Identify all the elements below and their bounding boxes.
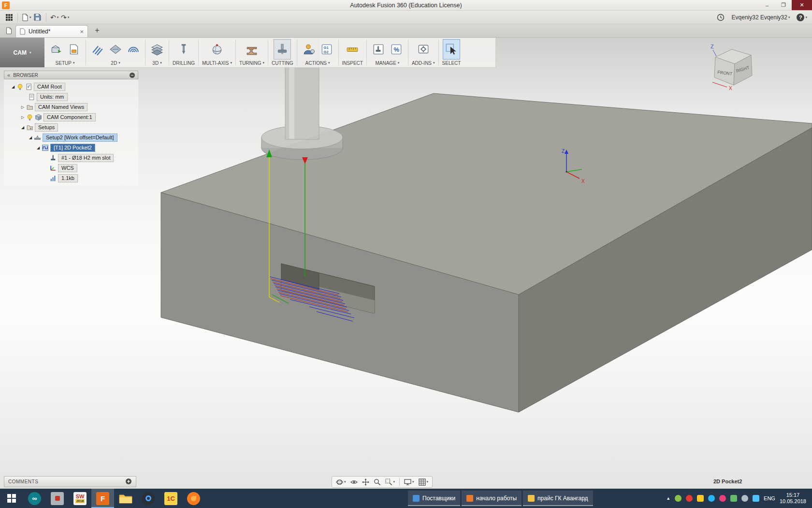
add-comment-icon[interactable] (125, 478, 132, 486)
tree-item-label[interactable]: Setups (35, 123, 58, 132)
expand-icon[interactable]: ◢ (35, 146, 42, 150)
simulate-button[interactable] (301, 40, 317, 59)
taskbar-app-explorer[interactable] (114, 489, 137, 508)
select-button[interactable] (443, 40, 460, 59)
start-button[interactable] (0, 489, 23, 508)
tray-icon-green[interactable] (675, 495, 682, 502)
pan-button[interactable] (361, 477, 371, 487)
workspace-switcher[interactable]: CAM ▾ (0, 38, 44, 67)
taskbar-window-pricelist[interactable]: прайс ГК Авангард (523, 491, 593, 506)
new-folder-button[interactable] (66, 40, 82, 59)
ribbon-label-addins[interactable]: ADD-INS▾ (412, 60, 435, 67)
measure-button[interactable] (344, 40, 361, 59)
expand-icon[interactable]: ▷ (19, 115, 26, 120)
ribbon-label-setup[interactable]: SETUP▾ (56, 60, 75, 67)
ribbon-label-manage[interactable]: MANAGE▾ (375, 60, 399, 67)
taskbar-app-fusion360[interactable]: F (91, 489, 114, 508)
display-settings-button[interactable]: ▾ (403, 477, 416, 487)
maximize-button[interactable]: ❐ (775, 0, 792, 10)
app-grid-button[interactable] (4, 12, 14, 23)
tab-close-icon[interactable]: × (80, 28, 84, 35)
tool-library-button[interactable] (370, 40, 387, 59)
tree-item-setups[interactable]: ◢ Setups (4, 122, 138, 133)
file-tab-button[interactable] (4, 26, 14, 35)
tree-item-label[interactable]: WCS (58, 164, 77, 172)
taskbar-app-solidworks[interactable]: SW 2016 (69, 489, 91, 508)
ribbon-label-multiaxis[interactable]: MULTI-AXIS▾ (202, 60, 232, 67)
grid-layout-button[interactable]: ▾ (417, 477, 430, 487)
save-button[interactable] (32, 12, 43, 23)
ribbon-label-select[interactable]: SELECT (442, 60, 461, 67)
tree-item-label[interactable]: 1.1kb (58, 174, 78, 182)
bulb-icon[interactable] (26, 114, 33, 121)
tree-item-label[interactable]: CAM Component:1 (44, 113, 96, 121)
browser-header[interactable]: « BROWSER (4, 71, 138, 79)
bulb-icon[interactable] (16, 83, 24, 90)
tree-item-label[interactable]: Units: mm (37, 93, 68, 101)
tray-expand-icon[interactable]: ▲ (666, 496, 670, 501)
tree-item-component[interactable]: ▷ CAM Component:1 (4, 112, 138, 122)
tree-item-tool[interactable]: #1 - Ø18 H2 mm slot (4, 153, 138, 163)
look-at-button[interactable] (349, 477, 359, 487)
taskbar-app-arduino[interactable]: ∞ (23, 489, 46, 508)
file-menu-button[interactable]: ▾ (21, 12, 32, 23)
drilling-button[interactable] (175, 40, 192, 59)
job-status-button[interactable] (715, 12, 726, 23)
tree-item-wcs[interactable]: WCS (4, 163, 138, 173)
zoom-window-button[interactable]: ▾ (384, 477, 397, 487)
tray-icon-gray[interactable] (741, 495, 748, 502)
collapse-panel-icon[interactable]: « (7, 72, 10, 78)
zoom-button[interactable] (372, 477, 382, 487)
ribbon-label-actions[interactable]: ACTIONS▾ (305, 60, 330, 67)
tree-item-label[interactable]: CAM Root (34, 83, 65, 91)
post-library-button[interactable]: % (388, 40, 405, 59)
cutting-button[interactable] (274, 40, 290, 59)
taskbar-window-suppliers[interactable]: Поставщики (408, 491, 460, 506)
2d-pocket-button[interactable] (125, 40, 142, 59)
undo-button[interactable]: ↶ ▾ (49, 12, 60, 23)
ribbon-label-inspect[interactable]: INSPECT (342, 60, 363, 67)
3d-milling-button[interactable] (149, 40, 165, 59)
tray-icon-yellow[interactable] (697, 495, 704, 502)
taskbar-clock[interactable]: 15:17 10.05.2018 (780, 492, 806, 505)
2d-face-button[interactable] (107, 40, 124, 59)
tree-item-label[interactable]: Setup2 [Work offset=Default] (43, 134, 117, 142)
tray-icon-blue[interactable] (708, 495, 715, 502)
tree-item-pocket-operation[interactable]: ◢ [T1] 2D Pocket2 (4, 143, 138, 153)
tree-item-cam-root[interactable]: ◢ CAM Root (4, 82, 138, 92)
tray-icon-pink[interactable] (719, 495, 726, 502)
taskbar-app-1c[interactable]: 1С (160, 489, 182, 508)
tab-untitled[interactable]: Untitled* × (15, 25, 88, 37)
scripts-addins-button[interactable] (415, 40, 432, 59)
taskbar-window-getting-started[interactable]: начало работы (462, 491, 522, 506)
2d-adaptive-button[interactable] (89, 40, 106, 59)
new-setup-button[interactable] (48, 40, 64, 59)
expand-icon[interactable]: ◢ (19, 125, 26, 130)
expand-icon[interactable]: ▷ (19, 105, 26, 109)
expand-icon[interactable]: ◢ (27, 135, 34, 140)
multi-axis-button[interactable] (209, 40, 225, 59)
ribbon-label-drilling[interactable]: DRILLING (173, 60, 195, 67)
tree-item-setup2[interactable]: ◢ Setup2 [Work offset=Default] (4, 133, 138, 143)
taskbar-app-media[interactable] (137, 489, 160, 508)
tree-item-label[interactable]: [T1] 2D Pocket2 (50, 144, 95, 152)
tree-item-stats[interactable]: 1.1kb (4, 173, 138, 183)
redo-button[interactable]: ↷ ▾ (60, 12, 71, 23)
collapse-all-icon[interactable] (130, 73, 135, 78)
orbit-button[interactable]: ▾ (334, 477, 348, 487)
close-button[interactable]: ✕ (792, 0, 812, 10)
tree-item-named-views[interactable]: ▷ CAM Named Views (4, 102, 138, 112)
turning-button[interactable] (244, 40, 260, 59)
comments-bar[interactable]: COMMENTS (4, 476, 136, 487)
language-indicator[interactable]: ENG (764, 495, 775, 501)
ribbon-label-turning[interactable]: TURNING▾ (239, 60, 264, 67)
tree-item-label[interactable]: #1 - Ø18 H2 mm slot (58, 154, 114, 162)
tray-icon-red[interactable] (686, 495, 693, 502)
tray-icon-cyan[interactable] (753, 495, 759, 502)
new-tab-button[interactable]: + (92, 25, 102, 36)
help-button[interactable]: ? ▾ (796, 12, 808, 23)
ribbon-label-2d[interactable]: 2D▾ (111, 60, 120, 67)
post-process-button[interactable]: G1 G2 (319, 40, 335, 59)
tree-item-label[interactable]: CAM Named Views (35, 103, 87, 111)
taskbar-app-utility[interactable] (46, 489, 69, 508)
